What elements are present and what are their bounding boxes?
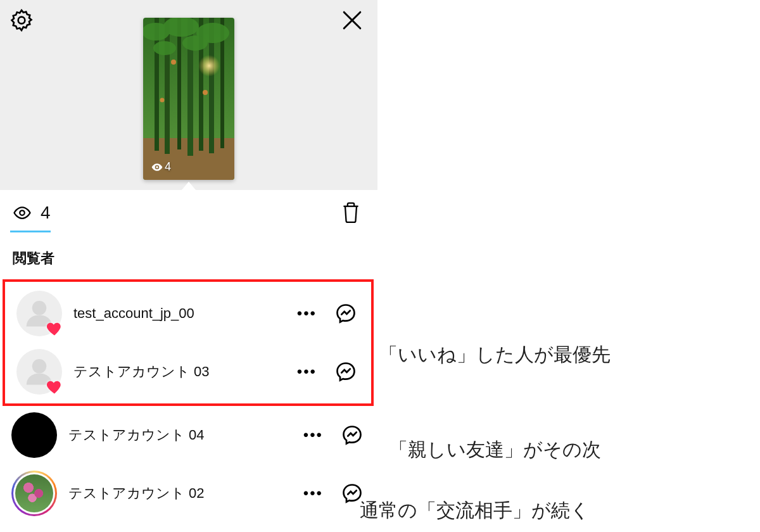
message-button[interactable] (334, 360, 357, 383)
annotation-likers-first: 「いいね」した人が最優先 (379, 342, 611, 368)
more-options-button[interactable]: ••• (291, 360, 323, 383)
messenger-icon (334, 302, 357, 325)
viewer-username: テストアカウント 03 (73, 362, 279, 381)
gear-icon (9, 8, 34, 33)
eye-icon (13, 203, 32, 222)
svg-rect-6 (165, 18, 170, 154)
svg-point-0 (18, 17, 25, 24)
trash-icon (341, 201, 361, 224)
viewer-username: テストアカウント 04 (68, 426, 286, 445)
viewer-row[interactable]: テストアカウント 02 ••• (0, 464, 377, 522)
viewer-username: テストアカウント 02 (68, 484, 286, 503)
svg-rect-7 (177, 18, 181, 149)
stats-bar: 4 (0, 190, 377, 231)
svg-point-19 (203, 90, 208, 95)
thumbnail-view-count: 4 (151, 160, 171, 174)
avatar[interactable] (16, 291, 62, 336)
close-button[interactable] (338, 6, 366, 34)
thumbnail-view-number: 4 (165, 160, 171, 174)
avatar-image (11, 412, 57, 458)
story-thumbnail[interactable]: 4 (143, 18, 234, 180)
svg-point-24 (32, 359, 47, 374)
thumbnail-pointer (181, 182, 196, 191)
message-button[interactable] (341, 424, 364, 446)
story-viewers-panel: 4 4 閲覧者 (0, 0, 377, 532)
viewer-row[interactable]: テストアカウント 03 ••• (5, 343, 371, 401)
viewers-heading: 閲覧者 (0, 232, 377, 279)
svg-point-21 (156, 166, 158, 168)
avatar[interactable] (11, 471, 57, 516)
liked-heart-icon (46, 320, 63, 338)
story-ring-icon (11, 471, 57, 516)
story-preview-area: 4 (0, 0, 377, 190)
svg-point-18 (171, 60, 176, 65)
svg-point-15 (182, 35, 208, 51)
liked-viewers-highlight: test_account_jp_00 ••• (3, 279, 374, 406)
annotation-close-friends-next: 「親しい友達」がその次 (389, 437, 601, 463)
annotation-layer: 「いいね」した人が最優先 「親しい友達」がその次 通常の「交流相手」が続く (377, 0, 760, 532)
settings-button[interactable] (9, 8, 34, 33)
total-views: 4 (13, 203, 51, 223)
close-icon (338, 6, 366, 34)
liked-heart-icon (46, 378, 63, 396)
viewer-username: test_account_jp_00 (73, 305, 279, 322)
svg-point-17 (181, 51, 224, 94)
avatar[interactable] (11, 412, 57, 458)
more-options-button[interactable]: ••• (297, 482, 329, 505)
delete-story-button[interactable] (341, 201, 361, 224)
viewer-row[interactable]: test_account_jp_00 ••• (5, 284, 371, 343)
svg-point-20 (160, 98, 165, 103)
more-options-button[interactable]: ••• (297, 424, 329, 446)
message-button[interactable] (334, 302, 357, 325)
messenger-icon (334, 360, 357, 383)
avatar-image (15, 474, 53, 512)
more-options-button[interactable]: ••• (291, 302, 323, 325)
bamboo-photo (143, 18, 234, 180)
messenger-icon (341, 424, 364, 446)
svg-point-22 (20, 210, 25, 215)
total-views-number: 4 (41, 203, 51, 223)
svg-point-16 (153, 41, 176, 55)
svg-point-23 (32, 301, 47, 315)
viewer-row[interactable]: テストアカウント 04 ••• (0, 406, 377, 464)
eye-icon (151, 161, 163, 174)
annotation-regular-follows: 通常の「交流相手」が続く (360, 498, 590, 524)
avatar[interactable] (16, 349, 62, 395)
